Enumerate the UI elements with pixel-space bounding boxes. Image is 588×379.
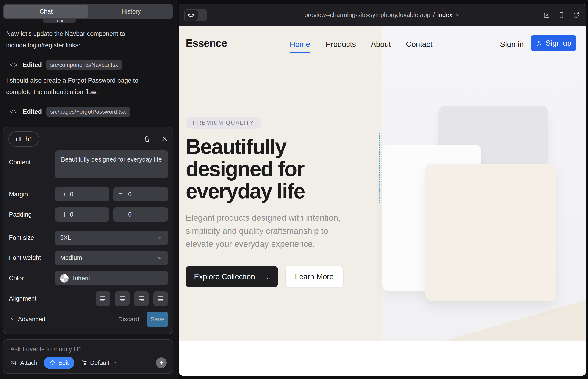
hero-heading-line: Beautifully [186,136,305,158]
chevron-down-icon [455,12,461,18]
code-icon: <> [10,62,18,69]
sign-up-button[interactable]: Sign up [531,35,576,51]
prompt-box: Attach Edit Default [3,339,173,374]
chevron-down-icon [112,360,117,365]
hero-paragraph-line: Elegant products designed with intention… [186,211,340,224]
mode-label: Default [90,359,109,366]
discard-button[interactable]: Discard [118,312,139,327]
close-icon [161,135,168,142]
hero-heading-line: designed for [186,158,305,180]
delete-element-button[interactable] [143,134,152,143]
site-preview: Essence Home Products About Contact Sign… [179,26,586,376]
page-bottom-section [179,341,586,376]
padding-horizontal-icon [60,211,66,218]
font-weight-select[interactable]: Medium [55,251,168,265]
padding-y-input[interactable] [128,211,142,218]
tab-history[interactable]: History [89,4,173,19]
active-nav-underline [290,52,310,53]
align-center-button[interactable] [115,291,130,306]
nav-link-products[interactable]: Products [326,40,356,49]
edited-label: Edited [23,62,42,69]
assistant-message: Now let's update the Navbar component to… [6,28,125,51]
send-button[interactable] [156,357,167,368]
align-center-icon [119,295,126,302]
open-external-icon[interactable] [543,12,550,19]
tab-chat[interactable]: Chat [4,5,88,18]
target-icon [49,360,56,366]
font-weight-value: Medium [60,254,82,262]
arrow-up-icon [158,360,164,366]
sign-up-label: Sign up [546,39,572,47]
refresh-icon[interactable] [573,12,580,19]
edit-label: Edit [58,359,69,366]
element-editor-panel: тT h1 Content Beautifully designed for e… [3,127,173,334]
chevron-down-icon [157,255,163,261]
padding-x-input[interactable] [70,211,84,218]
font-size-select[interactable]: 5XL [55,231,168,245]
attach-image-icon [10,359,17,366]
url-host: preview--charming-site-symphony.lovable.… [305,12,431,19]
code-icon: <> [10,108,18,115]
margin-x-input[interactable] [70,191,84,198]
mode-select[interactable]: Default [81,359,117,366]
chevron-right-icon [9,316,15,322]
sign-in-link[interactable]: Sign in [500,40,524,49]
margin-y-input[interactable] [128,191,142,198]
save-button[interactable]: Save [147,312,168,327]
text-type-icon: тT [15,136,22,143]
nav-link-about[interactable]: About [371,40,391,49]
edited-file-row: <> Edited src/components/Navbar.tsx [10,60,122,70]
hero-paragraph-line: elevate your everyday experience. [186,237,340,251]
url-page: index [438,12,452,19]
selected-element-tag[interactable]: тT h1 [8,131,39,147]
browser-toolbar: <> preview--charming-site-symphony.lovab… [179,4,586,26]
content-input[interactable]: Beautifully designed for everyday life [55,151,168,178]
padding-label: Padding [9,211,32,218]
message-line: complete the authentication flow: [6,86,138,98]
chat-sidebar: Chat History Now let's update the Navbar… [0,0,178,379]
advanced-label: Advanced [18,316,46,323]
align-left-button[interactable] [96,291,110,306]
margin-x-field[interactable] [55,187,109,201]
margin-vertical-icon [118,191,124,198]
color-select[interactable]: Inherit [55,271,168,285]
font-weight-label: Font weight [9,254,41,262]
url-bar[interactable]: preview--charming-site-symphony.lovable.… [179,4,586,26]
color-swatch-icon [60,274,69,283]
file-chip[interactable]: src/pages/ForgotPassword.tsx [46,107,130,117]
prompt-toolbar: Attach Edit Default [10,357,167,369]
element-tag-label: h1 [25,135,33,143]
message-line: I should also create a Forgot Password p… [6,75,138,86]
advanced-toggle[interactable]: Advanced [9,312,46,327]
site-logo[interactable]: Essence [186,37,227,49]
premium-badge: PREMIUM QUALITY [186,117,262,129]
margin-horizontal-icon [60,191,66,198]
align-justify-button[interactable] [154,291,168,306]
hero-paragraph: Elegant products designed with intention… [186,211,340,251]
explore-collection-button[interactable]: Explore Collection → [186,266,278,287]
nav-link-home[interactable]: Home [290,40,310,49]
url-separator: / [433,12,435,19]
hero-heading[interactable]: Beautifully designed for everyday life [186,136,305,202]
close-editor-button[interactable] [160,134,169,143]
edited-file-row: <> Edited src/pages/ForgotPassword.tsx [10,107,130,117]
file-chip[interactable]: src/components/Navbar.tsx [46,60,122,70]
content-label: Content [9,159,31,166]
learn-more-button[interactable]: Learn More [285,266,343,287]
mobile-view-icon[interactable] [558,12,565,19]
nav-link-contact[interactable]: Contact [406,40,432,49]
font-size-label: Font size [9,234,34,241]
user-icon [536,40,542,47]
padding-x-field[interactable] [55,207,109,222]
align-left-icon [100,295,107,302]
padding-vertical-icon [118,211,124,218]
message-line: Now let's update the Navbar component to [6,28,125,39]
edit-mode-button[interactable]: Edit [44,357,74,369]
padding-y-field[interactable] [113,207,168,222]
attach-button[interactable]: Attach [10,359,37,366]
margin-y-field[interactable] [113,187,168,201]
decorative-card-cream [425,164,556,300]
align-right-button[interactable] [134,291,149,306]
chevron-down-icon [157,235,163,241]
prompt-input[interactable] [10,346,157,353]
